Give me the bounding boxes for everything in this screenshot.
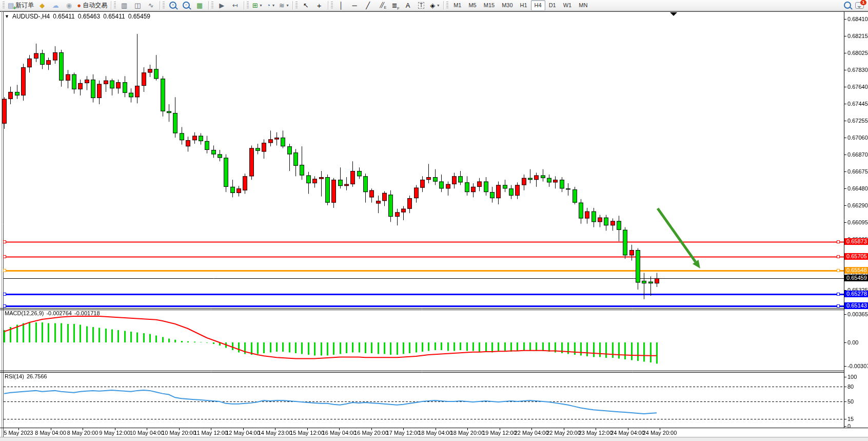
toolbar-separator (208, 1, 209, 10)
timeframe-w1-button[interactable]: W1 (560, 0, 576, 11)
toolbar-new-order-button[interactable]: ▤+新订单 (6, 0, 35, 11)
toolbar-zoom-out-button[interactable]: − (180, 0, 193, 11)
timeframe-h4-button[interactable]: H4 (531, 0, 545, 11)
toolbar-grip (247, 2, 249, 9)
timeframe-m30-button[interactable]: M30 (498, 0, 516, 11)
toolbar-auto-scroll-button[interactable]: ▶ (215, 0, 228, 11)
toolbar-grip (295, 2, 298, 9)
toolbar-label-tool-button[interactable]: T (415, 0, 428, 11)
toolbar-right: 1 (844, 2, 866, 9)
toolbar-separator (328, 1, 328, 10)
channel-letter: E (384, 6, 385, 9)
new-order-label: 新订单 (15, 1, 34, 10)
chevron-down-icon[interactable]: ▾ (260, 3, 262, 8)
channel-icon: ╱╱E (380, 3, 383, 8)
toolbar-channel-tool-button[interactable]: ╱╱E (374, 0, 388, 11)
cloud-icon: ☁ (52, 2, 59, 9)
new-chart-icon: ⊞ (252, 2, 258, 9)
bar-chart-icon: ▥ (121, 2, 127, 9)
toolbar-horizontal-line-tool-button[interactable]: ─ (348, 0, 361, 11)
toolbar-fibonacci-tool-button[interactable]: ≣F (388, 0, 401, 11)
cursor-icon: ↖ (303, 2, 309, 9)
robot-icon: ● (77, 2, 81, 9)
toolbar-trendline-tool-button[interactable]: ╱ (361, 0, 374, 11)
toolbar-auto-trading-button[interactable]: ●自动交易 (75, 0, 109, 11)
toolbar-bar-chart-mode-button[interactable]: ▥ (117, 0, 131, 11)
toolbar-separator (244, 1, 244, 10)
toolbar-separator (292, 1, 293, 10)
toolbar-community-button[interactable]: ☁ (49, 0, 62, 11)
shapes-icon: ◈ (430, 2, 435, 9)
timeframe-mn-button[interactable]: MN (575, 0, 591, 11)
search-icon[interactable] (844, 2, 851, 9)
crosshair-icon: + (317, 2, 322, 9)
chart-shift-icon: ↤ (232, 2, 238, 9)
label-tool-icon: T (418, 2, 424, 9)
zoom-in-icon: + (169, 2, 176, 9)
toolbar-vertical-line-tool-button[interactable]: │ (334, 0, 348, 11)
terminal-window: ▤+新订单◆☁◉●自动交易▥◫∿+−▦▶↤⊞▾◔▾≋▾↖+│─╱╱╱E≣FAT◈… (0, 0, 868, 441)
timeframe-d1-button[interactable]: D1 (545, 0, 560, 11)
toolbar-grip (3, 2, 5, 9)
toolbar-market-button[interactable]: ◆ (35, 0, 49, 11)
toolbar-new-chart-button[interactable]: ⊞▾ (250, 0, 264, 11)
toolbar-line-chart-mode-button[interactable]: ∿ (144, 0, 157, 11)
toolbar-grip (211, 2, 213, 9)
candle-chart-icon: ◫ (134, 2, 141, 9)
tile-windows-icon: ▦ (196, 2, 203, 9)
toolbar-crosshair-button[interactable]: + (312, 0, 326, 11)
chart-canvas[interactable] (0, 0, 868, 441)
timeframe-h1-button[interactable]: H1 (517, 0, 531, 11)
line-chart-icon: ∿ (148, 2, 154, 9)
zoom-out-icon: − (183, 2, 190, 9)
textA-icon: A (406, 2, 410, 9)
toolbar-zoom-in-button[interactable]: + (166, 0, 180, 11)
toolbar-separator (443, 1, 444, 10)
plus-icon: + (13, 6, 16, 11)
toolbar-candle-chart-mode-button[interactable]: ◫ (131, 0, 144, 11)
toolbar-cursor-button[interactable]: ↖ (299, 0, 312, 11)
hline-icon: ─ (352, 2, 357, 9)
toolbar-text-tool-button[interactable]: A (401, 0, 415, 11)
toolbar-grip (114, 2, 116, 9)
notifications-icon[interactable]: 1 (855, 2, 864, 9)
clock-icon: ◔ (266, 2, 270, 9)
toolbar-tile-windows-button[interactable]: ▦ (193, 0, 206, 11)
toolbar-grip (446, 2, 448, 9)
toolbar-signals-button[interactable]: ◉ (62, 0, 75, 11)
trendline-icon: ╱ (366, 2, 370, 9)
gold-gem-icon: ◆ (40, 2, 45, 9)
toolbar-arrows-tool-button[interactable]: ◈▾ (428, 0, 441, 11)
toolbar-separator (160, 1, 160, 10)
doc-plus-icon: ▤+ (8, 2, 14, 9)
chevron-down-icon[interactable]: ▾ (272, 3, 274, 8)
auto-scroll-icon: ▶ (219, 2, 224, 9)
timeframe-m1-button[interactable]: M1 (450, 0, 465, 11)
toolbar: ▤+新订单◆☁◉●自动交易▥◫∿+−▦▶↤⊞▾◔▾≋▾↖+│─╱╱╱E≣FAT◈… (0, 0, 868, 11)
fibo-icon: ≣F (392, 2, 398, 9)
toolbar-separator (111, 1, 111, 10)
vline-icon: │ (339, 2, 343, 9)
notification-badge: 1 (860, 0, 866, 5)
signal-icon: ◉ (66, 2, 72, 9)
templates-icon: ≋ (279, 2, 285, 9)
toolbar-grip (163, 2, 165, 9)
toolbar-grip (331, 2, 333, 9)
fibo-letter: F (397, 7, 399, 10)
timeframe-m5-button[interactable]: M5 (465, 0, 480, 11)
toolbar-chart-shift-button[interactable]: ↤ (228, 0, 242, 11)
auto-trading-label: 自动交易 (83, 1, 107, 10)
toolbar-periods-button[interactable]: ◔▾ (264, 0, 277, 11)
chevron-down-icon[interactable]: ▾ (287, 3, 289, 8)
chevron-down-icon[interactable]: ▾ (437, 3, 439, 8)
toolbar-templates-button[interactable]: ≋▾ (277, 0, 290, 11)
timeframe-m15-button[interactable]: M15 (480, 0, 498, 11)
